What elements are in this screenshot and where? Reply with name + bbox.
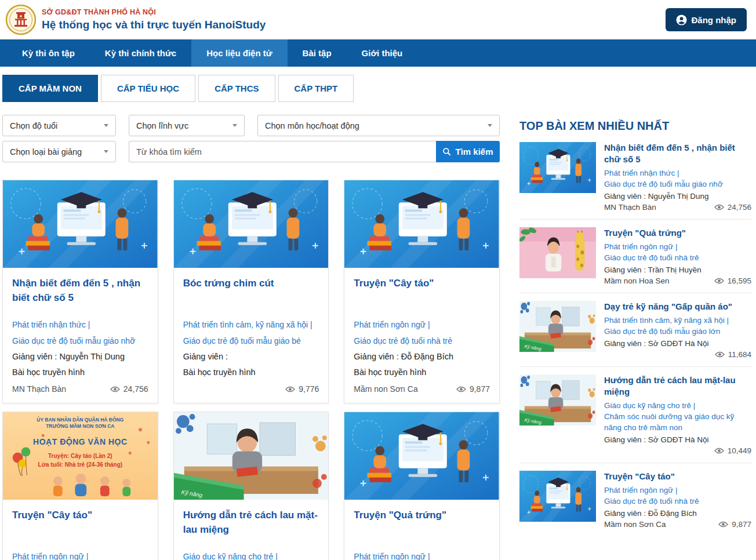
field-select[interactable]: Chọn lĩnh vực bbox=[129, 115, 245, 136]
search-button[interactable]: Tìm kiếm bbox=[436, 141, 500, 162]
lesson-category-link[interactable]: Phát triển ngôn ngữ | bbox=[354, 548, 490, 560]
view-count-value: 11,684 bbox=[728, 350, 751, 359]
top-viewed-title[interactable]: Truyện "Cây táo" bbox=[604, 471, 751, 482]
lesson-school: MN Thạch Bàn bbox=[12, 384, 66, 394]
top-viewed-subcategory-link[interactable]: Giáo dục trẻ độ tuổi nhà trẻ bbox=[604, 252, 751, 263]
lesson-school: Mầm non Sơn Ca bbox=[354, 384, 417, 394]
lesson-card-body: Truyện "Quả trứng" Phát triển ngôn ngữ | bbox=[344, 500, 499, 560]
top-viewed-category-link[interactable]: Phát triển nhận thức | bbox=[604, 168, 751, 179]
top-viewed-subcategory-link[interactable]: Giáo dục trẻ độ tuổi mẫu giáo lớn bbox=[604, 326, 751, 337]
top-viewed-thumbnail[interactable] bbox=[519, 227, 596, 278]
age-select[interactable]: Chọn độ tuổi bbox=[2, 115, 116, 136]
lesson-category-link[interactable]: Phát triển ngôn ngữ | bbox=[354, 317, 490, 333]
header: SỞ GD&ĐT THÀNH PHỐ HÀ NỘI Hệ thống học v… bbox=[0, 0, 756, 39]
top-viewed-body: Truyện "Cây táo" Phát triển ngôn ngữ | G… bbox=[604, 471, 751, 529]
top-viewed-title[interactable]: Hướng dẫn trẻ cách lau mặt-lau miệng bbox=[604, 374, 751, 398]
nav-item-ky-thi-on-tap[interactable]: Kỳ thi ôn tập bbox=[7, 39, 90, 67]
top-viewed-title[interactable]: Nhận biết đếm đến 5 , nhận biết chữ số 5 bbox=[604, 142, 751, 165]
eye-icon bbox=[715, 351, 725, 358]
top-viewed-school: Mầm non Hoa Sen bbox=[604, 277, 670, 285]
eye-icon bbox=[714, 448, 724, 454]
lesson-thumbnail[interactable] bbox=[3, 180, 158, 268]
top-viewed-item[interactable]: Kỹ năng Dạy trẻ kỹ năng "Gấp quần áo" Ph… bbox=[519, 293, 751, 367]
lesson-teacher: Giảng viên : Đỗ Đặng Bích bbox=[354, 349, 490, 365]
top-viewed-thumbnail[interactable] bbox=[519, 142, 596, 193]
poster-school-line: TRƯỜNG MẦM NON SƠN CA bbox=[3, 423, 158, 430]
top-viewed-category-link[interactable]: Phát triển tình cảm, kỹ năng xã hội | bbox=[604, 315, 751, 326]
lesson-type-select[interactable]: Chọn loại bài giảng bbox=[2, 141, 116, 162]
top-viewed-body: Dạy trẻ kỹ năng "Gấp quần áo" Phát triển… bbox=[604, 301, 751, 359]
lesson-title[interactable]: Truyện "Cây táo" bbox=[354, 276, 490, 317]
login-button[interactable]: Đăng nhập bbox=[666, 8, 747, 31]
view-count: 16,595 bbox=[714, 277, 751, 285]
search-group: Tìm kiếm bbox=[129, 141, 500, 162]
lesson-card: Nhận biết đếm đến 5 , nhận biết chữ số 5… bbox=[2, 180, 158, 403]
top-viewed-item[interactable]: Truyện "Cây táo" Phát triển ngôn ngữ | G… bbox=[519, 463, 751, 536]
tab-cap-tieu-hoc[interactable]: CẤP TIỂU HỌC bbox=[101, 75, 195, 102]
top-viewed-category-link[interactable]: Phát triển ngôn ngữ | bbox=[604, 241, 751, 252]
lesson-thumbnail[interactable] bbox=[174, 180, 329, 268]
top-viewed-teacher: Giảng viên : Đỗ Đặng Bích bbox=[604, 508, 751, 519]
lesson-subcategory-link[interactable]: Giáo dục trẻ độ tuổi mẫu giáo bé bbox=[183, 333, 319, 349]
top-viewed-item[interactable]: Kỹ năng Hướng dẫn trẻ cách lau mặt-lau m… bbox=[519, 367, 751, 463]
lesson-title[interactable]: Truyện "Quả trứng" bbox=[354, 508, 490, 548]
lesson-thumbnail[interactable] bbox=[344, 412, 499, 500]
org-name: SỞ GD&ĐT THÀNH PHỐ HÀ NỘI bbox=[42, 8, 266, 16]
lesson-thumbnail-photo[interactable]: Kỹ năng bbox=[174, 412, 329, 500]
top-viewed-school: Mầm non Sơn Ca bbox=[604, 520, 666, 529]
lesson-thumbnail[interactable] bbox=[344, 180, 499, 268]
lesson-thumbnail-poster[interactable]: ỦY BAN NHÂN DÂN QUẬN HÀ ĐÔNG TRƯỜNG MẦM … bbox=[3, 412, 158, 500]
lesson-card: Truyện "Quả trứng" Phát triển ngôn ngữ | bbox=[344, 412, 500, 560]
top-viewed-thumbnail[interactable]: Kỹ năng bbox=[519, 374, 596, 426]
lesson-teacher: Giảng viên : bbox=[183, 349, 319, 365]
top-viewed-item[interactable]: Nhận biết đếm đến 5 , nhận biết chữ số 5… bbox=[519, 142, 751, 220]
top-viewed-thumbnail[interactable] bbox=[519, 471, 596, 522]
poster-header: ỦY BAN NHÂN DÂN QUẬN HÀ ĐÔNG TRƯỜNG MẦM … bbox=[3, 417, 158, 430]
keyword-input[interactable] bbox=[129, 141, 436, 162]
top-viewed-item[interactable]: Truyện "Quả trứng" Phát triển ngôn ngữ |… bbox=[519, 220, 751, 293]
lesson-title[interactable]: Truyện "Cây táo" bbox=[12, 508, 148, 548]
top-viewed-footer: Mầm non Sơn Ca 9,877 bbox=[604, 520, 751, 529]
view-count: 11,684 bbox=[715, 350, 751, 359]
lesson-category-link[interactable]: Giáo dục kỹ năng cho trẻ | bbox=[183, 548, 319, 560]
view-count: 24,756 bbox=[714, 203, 751, 212]
eye-icon bbox=[110, 386, 120, 392]
nav-item-gioi-thieu[interactable]: Giới thiệu bbox=[347, 39, 418, 67]
chevron-down-icon bbox=[232, 124, 237, 127]
nav-item-bai-tap[interactable]: Bài tập bbox=[288, 39, 347, 67]
lesson-subcategory-link[interactable]: Giáo dục trẻ độ tuổi nhà trẻ bbox=[354, 333, 490, 349]
lesson-card-body: Truyện "Cây táo" Phát triển ngôn ngữ | G… bbox=[344, 268, 499, 403]
lesson-subcategory-link[interactable]: Giáo dục trẻ độ tuổi mẫu giáo nhỡ bbox=[12, 333, 148, 349]
lesson-title[interactable]: Bóc trứng chim cút bbox=[183, 276, 319, 317]
top-viewed-subcategory-link[interactable]: Giáo dục trẻ độ tuổi mẫu giáo nhỡ bbox=[604, 179, 751, 190]
lesson-category-link[interactable]: Phát triển tình cảm, kỹ năng xã hội | bbox=[183, 317, 319, 333]
lesson-title[interactable]: Hướng dẫn trẻ cách lau mặt-lau miệng bbox=[183, 508, 319, 548]
tab-cap-thcs[interactable]: CẤP THCS bbox=[198, 75, 275, 102]
view-count: 24,756 bbox=[110, 384, 148, 394]
top-viewed-title[interactable]: Truyện "Quả trứng" bbox=[604, 227, 751, 239]
lesson-categories: Phát triển ngôn ngữ | bbox=[12, 548, 148, 560]
site-logo-icon bbox=[6, 5, 36, 35]
lesson-footer: MN Thạch Bàn 24,756 bbox=[12, 383, 148, 395]
tab-cap-mam-non[interactable]: CẤP MẦM NON bbox=[2, 75, 98, 102]
top-viewed-thumbnail[interactable]: Kỹ năng bbox=[519, 301, 596, 352]
top-viewed-subcategory-link[interactable]: Giáo dục trẻ độ tuổi nhà trẻ bbox=[604, 496, 751, 507]
nav-item-ky-thi-chinh-thuc[interactable]: Kỳ thi chính thức bbox=[90, 39, 191, 67]
lesson-title[interactable]: Nhận biết đếm đến 5 , nhận biết chữ số 5 bbox=[12, 276, 148, 317]
lesson-grid: Nhận biết đếm đến 5 , nhận biết chữ số 5… bbox=[2, 180, 500, 560]
lesson-card-body: Truyện "Cây táo" Phát triển ngôn ngữ | bbox=[3, 500, 158, 560]
lesson-category-link[interactable]: Phát triển ngôn ngữ | bbox=[12, 548, 148, 560]
nav-item-hoc-lieu-dien-tu[interactable]: Học liệu điện tử bbox=[191, 39, 287, 67]
lesson-category-link[interactable]: Phát triển nhận thức | bbox=[12, 317, 148, 333]
top-viewed-category-link[interactable]: Phát triển ngôn ngữ | bbox=[604, 485, 751, 496]
tab-cap-thpt[interactable]: CẤP THPT bbox=[278, 75, 354, 102]
site-title: Hệ thống học và thi trực tuyến HanoiStud… bbox=[42, 19, 266, 31]
lesson-card: Truyện "Cây táo" Phát triển ngôn ngữ | G… bbox=[344, 180, 500, 403]
top-viewed-subcategory-link[interactable]: Chăm sóc nuôi dưỡng và giáo dục kỹ năng … bbox=[604, 411, 751, 433]
top-viewed-title[interactable]: Dạy trẻ kỹ năng "Gấp quần áo" bbox=[604, 301, 751, 312]
page: SỞ GD&ĐT THÀNH PHỐ HÀ NỘI Hệ thống học v… bbox=[0, 0, 756, 560]
top-viewed-category-link[interactable]: Giáo dục kỹ năng cho trẻ | bbox=[604, 400, 751, 411]
eye-icon bbox=[456, 386, 466, 392]
view-count-value: 9,776 bbox=[299, 384, 319, 394]
subject-select[interactable]: Chọn môn học/hoạt động bbox=[257, 115, 500, 136]
